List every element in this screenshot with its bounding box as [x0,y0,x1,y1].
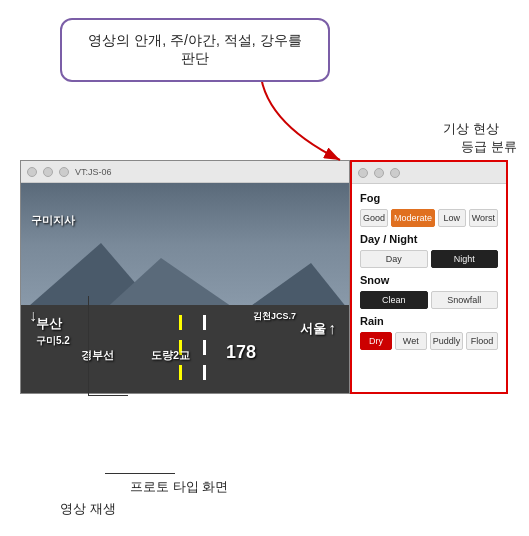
snow-title: Snow [360,274,498,286]
main-content: VT:JS-06 구미지사 ↓ 부산 구미5.2 김천J [20,160,508,394]
fog-low-button[interactable]: Low [438,209,466,227]
panel-body: Fog Good Moderate Low Worst Day / Night … [352,184,506,360]
fog-worst-button[interactable]: Worst [469,209,498,227]
prototype-label: 프로토 타입 화면 [130,478,228,496]
rain-buttons: Dry Wet Puddly Flood [360,332,498,350]
daynight-title: Day / Night [360,233,498,245]
prototype-line [105,473,175,474]
panel-titlebar [352,162,506,184]
video-window: VT:JS-06 구미지사 ↓ 부산 구미5.2 김천J [20,160,350,394]
snow-buttons: Clean Snowfall [360,291,498,309]
video-label: 영상 재생 [60,500,116,518]
video-body: 구미지사 ↓ 부산 구미5.2 김천JCS.7 ↑ 서울 경부선 도량2교 17… [21,183,350,393]
rain-flood-button[interactable]: Flood [466,332,498,350]
snow-clean-button[interactable]: Clean [360,291,428,309]
video-titlebar: VT:JS-06 [21,161,349,183]
overlay-gyeongbu: 경부선 [81,348,114,363]
road-scene: 구미지사 ↓ 부산 구미5.2 김천JCS.7 ↑ 서울 경부선 도량2교 17… [21,183,350,393]
titlebar-btn-3[interactable] [59,167,69,177]
fog-good-button[interactable]: Good [360,209,388,227]
overlay-seoul: 서울 [300,320,326,338]
titlebar-btn-2[interactable] [43,167,53,177]
overlay-178: 178 [226,342,256,363]
titlebar-btn-1[interactable] [27,167,37,177]
day-button[interactable]: Day [360,250,428,268]
weather-phenomenon-label: 기상 현상 [443,120,499,138]
overlay-busan: 부산 [36,315,62,333]
rain-title: Rain [360,315,498,327]
video-line-v [88,296,89,396]
arrow-up-icon: ↑ [328,320,336,338]
night-button[interactable]: Night [431,250,499,268]
annotation-box: 영상의 안개, 주/야간, 적설, 강우를 판단 [60,18,330,82]
panel-btn-1[interactable] [358,168,368,178]
annotation-text: 영상의 안개, 주/야간, 적설, 강우를 판단 [88,32,301,66]
video-line-h [88,395,128,396]
panel-window: Fog Good Moderate Low Worst Day / Night … [350,160,508,394]
video-title: VT:JS-06 [75,167,112,177]
overlay-gimcheon: 김천JCS.7 [253,310,296,323]
overlay-dorang: 도량2교 [151,348,190,363]
fog-title: Fog [360,192,498,204]
overlay-gumi: 구미지사 [31,213,75,228]
fog-moderate-button[interactable]: Moderate [391,209,435,227]
panel-btn-3[interactable] [390,168,400,178]
panel-btn-2[interactable] [374,168,384,178]
grade-classification-label: 등급 분류 [461,138,517,156]
rain-wet-button[interactable]: Wet [395,332,427,350]
rain-puddly-button[interactable]: Puddly [430,332,464,350]
fog-buttons: Good Moderate Low Worst [360,209,498,227]
snow-snowfall-button[interactable]: Snowfall [431,291,499,309]
overlay-km1: 구미5.2 [36,334,70,348]
rain-dry-button[interactable]: Dry [360,332,392,350]
road-side-line [203,315,206,386]
daynight-buttons: Day Night [360,250,498,268]
